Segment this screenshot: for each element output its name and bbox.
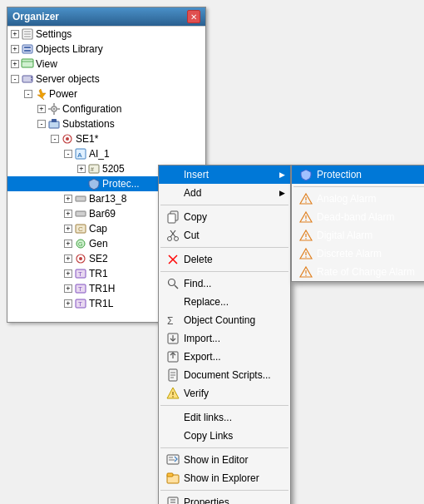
- svg-point-64: [169, 279, 175, 286]
- add-label: Add: [184, 187, 283, 199]
- menu-item-object-counting[interactable]: Σ Object Counting: [159, 311, 290, 329]
- menu-item-properties[interactable]: Properties: [159, 493, 290, 504]
- close-button[interactable]: ✕: [187, 10, 200, 23]
- cap-label: Cap: [89, 223, 107, 235]
- rate-of-change-alarm-icon: [298, 265, 313, 279]
- menu-item-edit-links[interactable]: Edit links...: [159, 408, 290, 427]
- replace-label: Replace...: [184, 296, 283, 308]
- title-bar: Organizer ✕: [7, 7, 205, 26]
- submenu-item-rate-of-change-alarm[interactable]: Rate of Change Alarm: [292, 263, 424, 281]
- tree-item-se1[interactable]: - SE1*: [7, 131, 205, 146]
- tree-item-ai1[interactable]: - A AI_1: [7, 146, 205, 161]
- tr1l-label: TR1L: [89, 298, 113, 309]
- tr1-label: TR1: [89, 268, 108, 279]
- svg-point-49: [305, 238, 307, 240]
- deadband-alarm-label: Dead-band Alarm: [317, 211, 394, 223]
- submenu-item-protection[interactable]: Protection: [292, 166, 424, 184]
- svg-point-14: [53, 108, 55, 110]
- menu-item-add[interactable]: Add: [159, 184, 290, 202]
- menu-item-find[interactable]: Find...: [159, 274, 290, 293]
- expander-tr1l[interactable]: +: [64, 299, 72, 308]
- menu-item-show-in-explorer[interactable]: Show in Explorer: [159, 469, 290, 487]
- svg-rect-57: [168, 214, 175, 223]
- expander-substations[interactable]: -: [37, 120, 46, 128]
- svg-marker-12: [37, 89, 46, 100]
- expander-se1[interactable]: -: [51, 135, 59, 143]
- submenu-item-analog-alarm[interactable]: Analog Alarm: [292, 190, 424, 208]
- menu-item-verify[interactable]: Verify: [159, 384, 290, 403]
- se2-icon: [74, 252, 87, 265]
- menu-item-doc-scripts[interactable]: Document Scripts...: [159, 366, 290, 384]
- expander-se2[interactable]: +: [64, 254, 72, 263]
- svg-rect-9: [22, 76, 32, 82]
- edit-links-label: Edit links...: [184, 412, 283, 423]
- expander-5205[interactable]: +: [77, 165, 86, 173]
- menu-item-insert[interactable]: Insert Protection Analog Alarm: [159, 166, 290, 184]
- add-icon: [165, 186, 180, 200]
- expander-view[interactable]: +: [11, 60, 19, 68]
- expander-cap[interactable]: +: [64, 225, 72, 233]
- submenu-item-deadband-alarm[interactable]: Dead-band Alarm: [292, 208, 424, 226]
- discrete-alarm-icon: [298, 247, 313, 260]
- configuration-icon: [47, 102, 61, 116]
- svg-rect-82: [167, 473, 173, 477]
- svg-text:T: T: [78, 285, 82, 293]
- svg-point-43: [305, 201, 307, 203]
- expander-server-objects[interactable]: -: [11, 75, 19, 83]
- tree-item-objects-library[interactable]: + Objects Library: [7, 42, 205, 57]
- expander-tr1h[interactable]: +: [64, 284, 72, 293]
- submenu-item-discrete-alarm[interactable]: Discrete Alarm: [292, 245, 424, 263]
- tree-item-configuration[interactable]: + Configuration: [7, 101, 205, 116]
- menu-item-copy-links[interactable]: Copy Links: [159, 427, 290, 445]
- svg-line-65: [175, 285, 178, 289]
- doc-scripts-icon: [165, 368, 180, 382]
- protect-label: Protec...: [102, 178, 140, 190]
- objects-library-icon: [21, 42, 34, 56]
- menu-item-show-in-editor[interactable]: Show in Editor: [159, 451, 290, 469]
- menu-item-cut[interactable]: Cut: [159, 226, 290, 245]
- svg-point-11: [31, 79, 32, 81]
- verify-label: Verify: [184, 388, 283, 399]
- expander-objects-library[interactable]: +: [11, 45, 19, 53]
- tree-item-power[interactable]: - Power: [7, 86, 205, 101]
- menu-item-delete[interactable]: Delete: [159, 250, 290, 269]
- view-icon: [21, 57, 34, 71]
- copy-label: Copy: [184, 211, 283, 223]
- expander-power[interactable]: -: [24, 90, 32, 98]
- copy-links-label: Copy Links: [184, 430, 283, 442]
- settings-label: Settings: [36, 28, 71, 40]
- expander-settings[interactable]: +: [11, 30, 19, 38]
- expander-gen[interactable]: +: [64, 240, 72, 248]
- server-objects-label: Server objects: [36, 73, 100, 85]
- rate-of-change-alarm-label: Rate of Change Alarm: [317, 266, 415, 278]
- context-separator-2: [160, 247, 288, 248]
- replace-icon: [165, 295, 180, 309]
- context-separator-1: [160, 205, 288, 205]
- svg-rect-7: [22, 59, 33, 67]
- analog-alarm-label: Analog Alarm: [317, 193, 376, 205]
- menu-item-import[interactable]: Import...: [159, 329, 290, 348]
- expander-bar13[interactable]: +: [64, 195, 72, 203]
- svg-text:A: A: [77, 151, 82, 159]
- submenu-item-digital-alarm[interactable]: Digital Alarm: [292, 226, 424, 245]
- menu-item-export[interactable]: Export...: [159, 348, 290, 366]
- properties-label: Properties: [184, 497, 283, 504]
- svg-text:C: C: [78, 225, 83, 233]
- copy-icon: [165, 210, 180, 224]
- expander-bar69[interactable]: +: [64, 210, 72, 218]
- menu-item-replace[interactable]: Replace...: [159, 293, 290, 311]
- svg-text:G: G: [78, 241, 82, 247]
- tree-item-substations[interactable]: - Substations: [7, 116, 205, 131]
- ai1-label: AI_1: [89, 148, 110, 160]
- tree-item-view[interactable]: + View: [7, 57, 205, 72]
- view-label: View: [36, 58, 57, 70]
- expander-ai1[interactable]: -: [64, 150, 72, 158]
- cut-icon: [165, 229, 180, 242]
- context-menu: Insert Protection Analog Alarm: [158, 165, 291, 504]
- menu-item-copy[interactable]: Copy: [159, 208, 290, 226]
- expander-tr1[interactable]: +: [64, 269, 72, 278]
- context-separator-3: [160, 271, 288, 272]
- tree-item-settings[interactable]: + Settings: [7, 27, 205, 42]
- expander-configuration[interactable]: +: [37, 105, 46, 113]
- tree-item-server-objects[interactable]: - Server objects: [7, 72, 205, 86]
